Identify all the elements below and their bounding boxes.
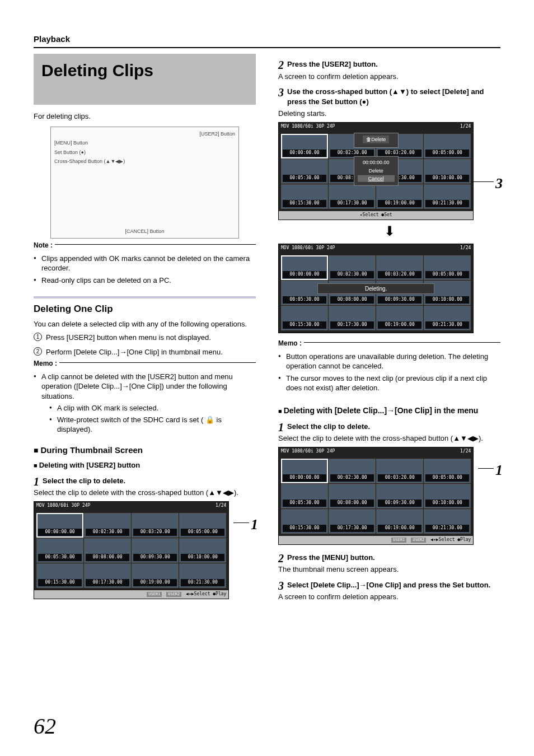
screen-count: 1/24 xyxy=(460,245,471,251)
page-title: Deleting Clips xyxy=(41,59,248,82)
thumbnail-cell[interactable]: 00:03:20.00 xyxy=(376,255,423,280)
thumbnail-timecode: 00:10:00.00 xyxy=(425,296,469,304)
label-set-button: Set Button (●) xyxy=(54,149,86,156)
thumbnail-timecode: 00:15:30.00 xyxy=(283,525,326,532)
thumbnail-cell[interactable]: 00:21:30.00 xyxy=(424,306,471,330)
divider-bar xyxy=(34,296,256,298)
note-block: Note : Clips appended with OK marks cann… xyxy=(34,244,256,285)
thumbnail-cell[interactable]: 00:17:30.00 xyxy=(329,306,376,330)
step-number: 1 xyxy=(278,420,284,435)
thumbnail-timecode: 00:02:30.00 xyxy=(330,474,374,482)
thumbnail-timecode: 00:21:30.00 xyxy=(425,321,469,329)
memo-title: Memo : xyxy=(34,359,59,368)
dialog-delete-option[interactable]: Delete xyxy=(358,167,395,174)
menu-step-2: 2 Press the [MENU] button. xyxy=(278,553,500,563)
one-clip-intro: You can delete a selected clip with any … xyxy=(34,319,256,329)
thumbnail-cell[interactable]: 00:05:00.00 xyxy=(179,513,226,538)
thumbnail-cell[interactable]: 00:02:30.00 xyxy=(329,255,376,280)
thumbnail-timecode: 00:05:30.00 xyxy=(283,500,326,507)
thumbnail-cell[interactable]: 00:05:30.00 xyxy=(281,159,328,184)
thumbnail-cell[interactable]: 00:09:30.00 xyxy=(376,484,423,508)
bottom-controls: ✦Select ●Set xyxy=(360,212,392,217)
thumbnail-cell[interactable]: 00:19:00.00 xyxy=(376,509,423,534)
heading-deleting-user2: Deleting with [USER2] button xyxy=(34,460,256,470)
heading-deleting-menu: Deleting with [Delete Clip...]→[One Clip… xyxy=(278,405,500,416)
deleting-banner: Deleting. xyxy=(317,283,434,295)
thumbnail-cell[interactable]: 00:05:00.00 xyxy=(424,459,471,483)
heading-deleting-one-clip: Deleting One Clip xyxy=(34,303,256,316)
step-1: 1 Select the clip to delete. xyxy=(34,476,256,486)
thumbnail-cell[interactable]: 00:10:00.00 xyxy=(424,484,471,508)
thumbnail-cell[interactable]: 00:19:00.00 xyxy=(132,563,179,588)
thumbnail-cell[interactable]: 00:08:00.00 xyxy=(84,538,131,563)
step-number: 1 xyxy=(34,474,39,489)
thumbnail-cell[interactable]: 00:03:20.00 xyxy=(132,513,179,538)
thumbnail-cell[interactable]: 00:05:30.00 xyxy=(36,538,83,563)
note-item: Read-only clips can be deleted on a PC. xyxy=(34,276,256,286)
thumbnail-cell[interactable]: 00:05:00.00 xyxy=(424,255,471,280)
thumbnail-cell[interactable]: 00:08:00.00 xyxy=(329,484,376,508)
thumbnail-cell[interactable]: 00:15:30.00 xyxy=(36,563,83,588)
step-3-body: Deleting starts. xyxy=(278,109,500,119)
thumbnail-cell[interactable]: 00:02:30.00 xyxy=(84,513,131,538)
thumbnail-cell[interactable]: 00:09:30.00 xyxy=(132,538,179,563)
step-1-body: Select the clip to delete with the cross… xyxy=(34,488,256,498)
thumbnail-cell[interactable]: 00:00:00.00 xyxy=(281,134,328,158)
callout-1b: 1 xyxy=(495,460,503,480)
screen-mode: MOV 1080/60i 30P 24P xyxy=(281,245,335,251)
menu-step-3: 3 Select [Delete Clip...]→[One Clip] and… xyxy=(278,580,500,590)
title-block: Deleting Clips xyxy=(34,54,256,105)
memo-sub-item: A clip with OK mark is selected. xyxy=(49,403,256,413)
note-title: Note : xyxy=(34,241,55,250)
thumbnail-cell[interactable]: 00:10:00.00 xyxy=(179,538,226,563)
thumbnail-cell[interactable]: 00:19:00.00 xyxy=(376,184,423,209)
thumbnail-cell[interactable]: 00:15:30.00 xyxy=(281,184,328,209)
screen-mode: MOV 1080/60i 30P 24P xyxy=(281,124,335,130)
thumbnail-cell[interactable]: 00:05:30.00 xyxy=(281,484,328,508)
thumbnail-timecode: 00:05:00.00 xyxy=(425,271,469,278)
label-cross-button: Cross-Shaped Button (▲▼◀▶) xyxy=(54,158,125,165)
thumbnail-timecode: 00:09:30.00 xyxy=(378,500,421,507)
label-user2-button: [USER2] Button xyxy=(199,130,235,137)
thumbnail-timecode: 00:05:00.00 xyxy=(425,150,469,157)
screen-mode: MOV 1080/60i 30P 24P xyxy=(36,503,90,509)
thumbnail-timecode: 00:05:30.00 xyxy=(283,296,326,304)
thumbnail-cell[interactable]: 00:03:20.00 xyxy=(376,459,423,483)
thumbnail-cell[interactable]: 00:15:30.00 xyxy=(281,509,328,534)
thumbnail-cell[interactable]: 00:17:30.00 xyxy=(84,563,131,588)
menu-step-1: 1 Select the clip to delete. xyxy=(278,422,500,432)
tag-user2: USER2 xyxy=(166,592,181,597)
thumbnail-screen: MOV 1080/60i 30P 24P 1/24 00:00:00.0000:… xyxy=(34,501,229,599)
menu-step-2-body: The thumbnail menu screen appears. xyxy=(278,564,500,575)
thumbnail-timecode: 00:15:30.00 xyxy=(283,200,326,207)
thumbnail-timecode: 00:05:00.00 xyxy=(181,529,224,536)
op-item: 2Perform [Delete Clip...]→[One Clip] in … xyxy=(34,347,256,357)
tag-user1: USER1 xyxy=(147,592,162,597)
section-header: Playback xyxy=(34,34,500,48)
thumbnail-timecode: 00:10:00.00 xyxy=(425,175,469,182)
thumbnail-cell[interactable]: 00:17:30.00 xyxy=(329,509,376,534)
bottom-controls: ◀✦▶Select ●Play xyxy=(430,537,471,542)
thumbnail-cell[interactable]: 00:15:30.00 xyxy=(281,306,328,330)
callout-3: 3 xyxy=(495,174,503,193)
thumbnail-cell[interactable]: 00:21:30.00 xyxy=(424,184,471,209)
thumbnail-cell[interactable]: 00:17:30.00 xyxy=(329,184,376,209)
thumbnail-cell[interactable]: 00:21:30.00 xyxy=(179,563,226,588)
thumbnail-cell[interactable]: 00:10:00.00 xyxy=(424,159,471,184)
thumbnail-screen-2: MOV 1080/60i 30P 24P 1/24 00:00:00.0000:… xyxy=(278,447,474,545)
thumbnail-cell[interactable]: 00:05:00.00 xyxy=(424,134,471,158)
thumbnail-timecode: 00:15:30.00 xyxy=(283,321,326,329)
thumbnail-cell[interactable]: 00:19:00.00 xyxy=(376,306,423,330)
thumbnail-cell[interactable]: 00:00:00.00 xyxy=(281,459,328,483)
thumbnail-cell[interactable]: 00:21:30.00 xyxy=(424,509,471,534)
thumbnail-cell[interactable]: 00:00:00.00 xyxy=(281,255,328,280)
thumbnail-timecode: 00:00:00.00 xyxy=(38,529,82,536)
menu-step-3-body: A screen to confirm deletion appears. xyxy=(278,592,500,602)
thumbnail-cell[interactable]: 00:02:30.00 xyxy=(329,459,376,483)
dialog-cancel-option[interactable]: Cancel xyxy=(358,175,395,181)
tag-user2: USER2 xyxy=(411,538,426,543)
thumbnail-cell[interactable]: 00:00:00.00 xyxy=(36,513,83,538)
thumbnail-timecode: 00:00:00.00 xyxy=(283,474,326,482)
thumbnail-timecode: 00:17:30.00 xyxy=(330,321,374,329)
delete-dialog: 🗑Delete xyxy=(354,133,399,148)
